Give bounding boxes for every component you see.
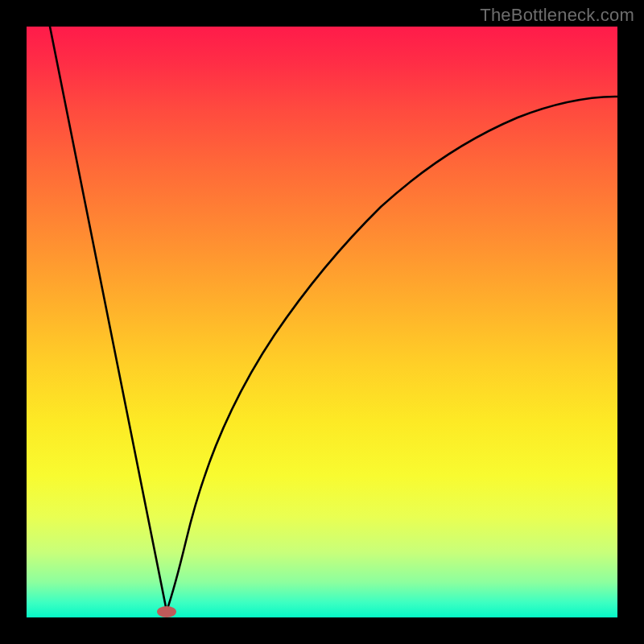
chart-svg bbox=[27, 27, 617, 617]
curve-right-branch bbox=[167, 97, 617, 611]
watermark-text: TheBottleneck.com bbox=[480, 5, 634, 26]
min-point-marker bbox=[157, 606, 176, 617]
curve-group bbox=[50, 27, 617, 617]
plot-area bbox=[27, 27, 617, 617]
curve-left-branch bbox=[50, 27, 167, 611]
chart-frame: TheBottleneck.com bbox=[0, 0, 644, 644]
